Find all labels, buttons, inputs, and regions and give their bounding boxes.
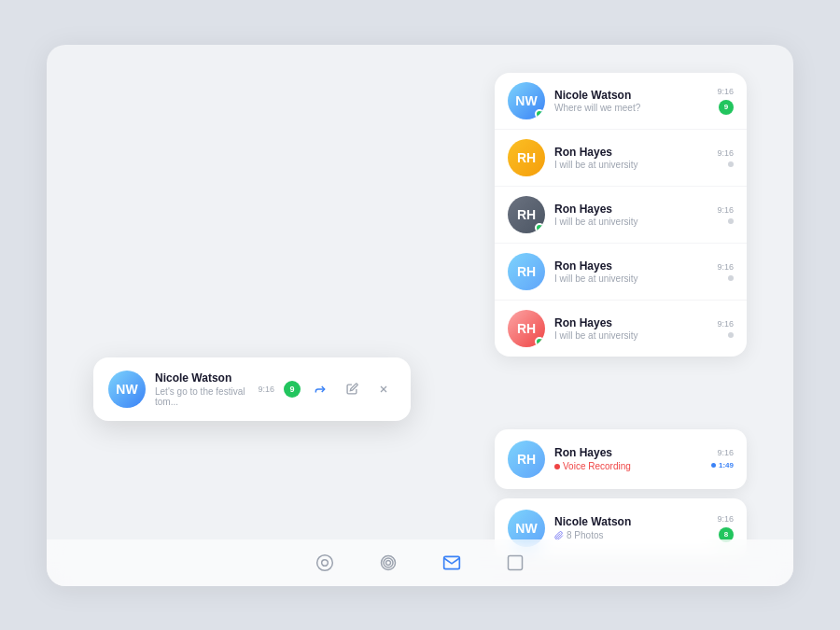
media-name: Ron Hayes — [554, 446, 702, 459]
msg-time: 9:16 — [717, 205, 734, 215]
svg-point-6 — [384, 558, 393, 567]
msg-meta: 9:16 — [717, 205, 734, 224]
media-info: Ron Hayes Voice Recording — [554, 446, 702, 471]
media-info: Nicole Watson 8 Photos — [554, 515, 707, 540]
svg-rect-7 — [509, 555, 523, 569]
msg-time: 9:16 — [717, 319, 734, 329]
notif-name: Nicole Watson — [155, 371, 248, 385]
main-card: NW Nicole Watson Where will we meet? 9:1… — [47, 45, 793, 586]
read-indicator — [728, 218, 734, 224]
card-time: 9:16 — [717, 448, 734, 457]
msg-name: Ron Hayes — [554, 259, 717, 273]
duration-badge: 1:49 — [711, 461, 734, 469]
avatar: RH — [508, 196, 545, 233]
online-dot — [535, 337, 544, 346]
card-time: 9:16 — [717, 514, 734, 524]
msg-preview: Where will we meet? — [554, 103, 717, 113]
avatar: RH — [508, 139, 545, 176]
avatar: RH — [508, 253, 545, 290]
notif-content: Nicole Watson Let's go to the festival t… — [155, 371, 248, 407]
notif-actions: 9 — [284, 377, 396, 401]
unread-badge: 9 — [719, 100, 734, 115]
notif-preview: Let's go to the festival tom... — [155, 386, 248, 407]
message-item[interactable]: RH Ron Hayes I will be at university 9:1… — [495, 301, 747, 357]
message-list-panel: NW Nicole Watson Where will we meet? 9:1… — [495, 73, 747, 357]
msg-meta: 9:16 — [717, 148, 734, 167]
msg-preview: I will be at university — [554, 330, 717, 341]
svg-point-2 — [317, 554, 333, 570]
read-indicator — [728, 161, 734, 167]
read-indicator — [728, 275, 734, 281]
nav-messages[interactable] — [439, 550, 465, 576]
msg-name: Ron Hayes — [554, 146, 717, 159]
msg-preview: I will be at university — [554, 217, 717, 227]
msg-time: 9:16 — [717, 148, 734, 158]
msg-preview: I will be at university — [554, 160, 717, 170]
msg-content: Ron Hayes I will be at university — [554, 259, 717, 284]
close-button[interactable] — [371, 377, 396, 401]
nav-other[interactable] — [502, 550, 528, 576]
online-dot — [535, 223, 544, 232]
svg-point-5 — [386, 560, 391, 565]
bottom-nav — [47, 539, 793, 586]
msg-meta: 9:16 9 — [717, 87, 734, 115]
edit-button[interactable] — [340, 377, 364, 401]
media-type: Voice Recording — [554, 461, 702, 471]
msg-preview: I will be at university — [554, 273, 717, 284]
message-item[interactable]: RH Ron Hayes I will be at university 9:1… — [495, 130, 747, 187]
message-item[interactable]: NW Nicole Watson Where will we meet? 9:1… — [495, 73, 747, 130]
message-item[interactable]: RH Ron Hayes I will be at university 9:1… — [495, 187, 747, 244]
online-dot — [535, 109, 544, 119]
msg-content: Ron Hayes I will be at university — [554, 203, 717, 227]
media-card[interactable]: RH Ron Hayes Voice Recording 9:16 1:49 — [495, 429, 747, 489]
msg-time: 9:16 — [717, 262, 734, 272]
avatar: NW — [508, 82, 545, 119]
recording-dot — [554, 464, 560, 469]
nav-camera[interactable] — [375, 550, 401, 576]
read-indicator — [728, 332, 734, 338]
msg-meta: 9:16 — [717, 262, 734, 281]
media-name: Nicole Watson — [554, 515, 707, 528]
notif-time: 9:16 — [258, 385, 274, 394]
nav-home[interactable] — [312, 550, 338, 576]
msg-name: Ron Hayes — [554, 316, 717, 329]
msg-content: Ron Hayes I will be at university — [554, 146, 717, 170]
media-meta: 9:16 1:49 — [711, 448, 734, 469]
avatar: RH — [508, 310, 545, 347]
msg-meta: 9:16 — [717, 319, 734, 338]
msg-content: Nicole Watson Where will we meet? — [554, 89, 717, 113]
msg-content: Ron Hayes I will be at university — [554, 316, 717, 341]
media-meta: 9:16 8 — [717, 514, 734, 542]
message-item[interactable]: RH Ron Hayes I will be at university 9:1… — [495, 244, 747, 301]
notif-unread-badge: 9 — [284, 381, 301, 398]
card-avatar: RH — [508, 441, 545, 478]
svg-point-3 — [322, 559, 329, 566]
forward-button[interactable] — [308, 377, 332, 401]
notification-card[interactable]: NW Nicole Watson Let's go to the festiva… — [93, 357, 411, 421]
msg-name: Nicole Watson — [554, 89, 717, 102]
notif-avatar: NW — [108, 371, 146, 408]
msg-name: Ron Hayes — [554, 203, 717, 216]
msg-time: 9:16 — [717, 87, 734, 96]
